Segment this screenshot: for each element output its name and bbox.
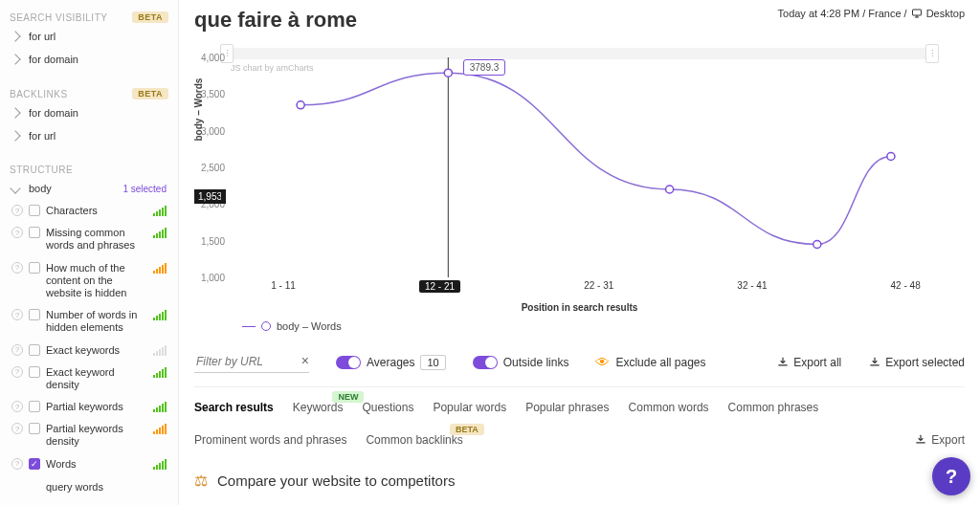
filter-url[interactable]: × [194,351,309,373]
svg-point-2 [297,101,304,109]
checkbox[interactable] [29,309,40,320]
tab-keywords[interactable]: KeywordsNEW [293,401,344,414]
signal-bars-icon [153,205,167,216]
tab-questions[interactable]: Questions [362,401,413,414]
tabs: Search resultsKeywordsNEWQuestionsPopula… [194,387,965,454]
svg-point-3 [444,69,452,77]
checkbox[interactable] [29,344,40,356]
chevron-right-icon [10,31,20,41]
section-search-visibility: SEARCH VISIBILITY BETA [8,6,170,25]
toggle-icon[interactable] [473,356,498,369]
signal-bars-icon [153,366,167,378]
metric-exact-keywords[interactable]: ?Exact keywords [8,340,170,362]
checkbox[interactable] [29,458,40,470]
tab-common-phrases[interactable]: Common phrases [728,401,819,414]
checkbox[interactable] [29,401,40,412]
chart-legend: body – Words [242,320,965,332]
help-button[interactable]: ? [932,457,970,495]
compare-heading: Compare your website to competitors [217,472,455,489]
tab-search-results[interactable]: Search results [194,401,274,414]
metric-how-much-of-the-content-on-the-website-is-hidden[interactable]: ?How much of the content on the website … [8,257,170,305]
beta-badge: BETA [132,11,168,23]
checkbox[interactable] [29,205,40,216]
sidebar-item-query-partial-words[interactable]: query partial words [8,498,170,505]
page-title: que faire à rome [194,8,357,33]
sidebar: SEARCH VISIBILITY BETA for url for domai… [0,0,179,505]
sidebar-item-query-words[interactable]: query words [8,475,170,498]
svg-point-6 [887,153,895,161]
section-structure: STRUCTURE [8,159,170,177]
x-axis-label: Position in search results [194,302,965,313]
filter-input[interactable] [194,351,309,373]
signal-bars-icon [153,344,167,356]
averages-toggle[interactable]: Averages 10 [336,355,446,370]
scales-icon: ⚖ [194,472,208,490]
metric-number-of-words-in-hidden-elements[interactable]: ?Number of words in hidden elements [8,304,170,339]
sidebar-item-backlinks-url[interactable]: for url [8,124,170,147]
section-title: BACKLINKS [10,89,68,99]
metric-words[interactable]: ?Words [8,453,170,475]
checkbox[interactable] [29,262,40,274]
compare-section: ⚖ Compare your website to competitors CO… [194,454,965,505]
chevron-right-icon [10,130,20,141]
chevron-right-icon [10,107,20,118]
help-icon[interactable]: ? [11,401,23,412]
chevron-down-icon [10,183,20,193]
sidebar-item-for-url[interactable]: for url [8,25,170,48]
desktop-icon [911,8,923,19]
eye-icon: 👁 [595,354,610,370]
help-icon[interactable]: ? [11,423,23,434]
help-icon[interactable]: ? [11,262,23,274]
checkbox[interactable] [29,423,40,434]
tab-popular-phrases[interactable]: Popular phrases [525,401,609,414]
help-icon[interactable]: ? [11,344,23,356]
main: que faire à rome Today at 4:28 PM / Fran… [179,0,980,505]
y-callout: 1,953 [194,189,226,204]
download-icon [776,356,790,369]
tab-common-backlinks[interactable]: Common backlinksBETA [366,433,462,447]
sidebar-item-backlinks-domain[interactable]: for domain [8,101,170,124]
signal-bars-icon [153,309,167,320]
signal-bars-icon [153,262,167,274]
tab-common-words[interactable]: Common words [629,401,709,414]
outside-links-toggle[interactable]: Outside links [473,356,569,369]
help-icon[interactable]: ? [11,366,23,378]
help-icon[interactable]: ? [11,205,23,216]
averages-value[interactable]: 10 [420,355,445,370]
compare-input[interactable] [194,499,882,505]
tab-popular-words[interactable]: Popular words [433,401,506,414]
export-button[interactable]: Export [914,433,965,447]
metric-missing-common-words-and-phrases[interactable]: ?Missing common words and phrases [8,222,170,256]
x-ticks: 1 - 1112 - 2122 - 3132 - 4142 - 48 [227,280,965,293]
beta-badge: BETA [132,88,168,99]
export-all-button[interactable]: Export all [776,356,841,369]
signal-bars-icon [153,423,167,434]
help-icon[interactable]: ? [11,309,23,320]
exclude-pages[interactable]: 👁 Exclude all pages [595,354,705,370]
export-selected-button[interactable]: Export selected [868,356,965,369]
tab-prominent-words-and-phrases[interactable]: Prominent words and phrases [194,433,346,447]
sidebar-item-for-domain[interactable]: for domain [8,48,170,71]
metric-partial-keywords-density[interactable]: ?Partial keywords density [8,418,170,452]
context-info: Today at 4:28 PM / France / Desktop [778,8,965,19]
checkbox[interactable] [29,366,40,378]
checkbox[interactable] [29,227,40,238]
download-icon [868,356,881,369]
metric-partial-keywords[interactable]: ?Partial keywords [8,396,170,418]
line-chart [227,57,965,277]
signal-bars-icon [153,227,167,238]
signal-bars-icon [153,458,167,470]
help-icon[interactable]: ? [11,458,23,470]
sidebar-item-body[interactable]: body 1 selected [8,177,170,200]
help-icon[interactable]: ? [11,227,23,238]
section-backlinks: BACKLINKS BETA [8,82,170,101]
metric-exact-keyword-density[interactable]: ?Exact keyword density [8,362,170,396]
chevron-right-icon [10,54,20,64]
section-title: SEARCH VISIBILITY [10,12,107,23]
section-title: STRUCTURE [10,165,73,175]
svg-point-4 [666,186,674,193]
toggle-icon[interactable] [336,356,361,369]
metric-characters[interactable]: ?Characters [8,200,170,222]
chart-controls: × Averages 10 Outside links 👁 Exclude al… [194,341,965,387]
clear-icon[interactable]: × [301,353,309,368]
